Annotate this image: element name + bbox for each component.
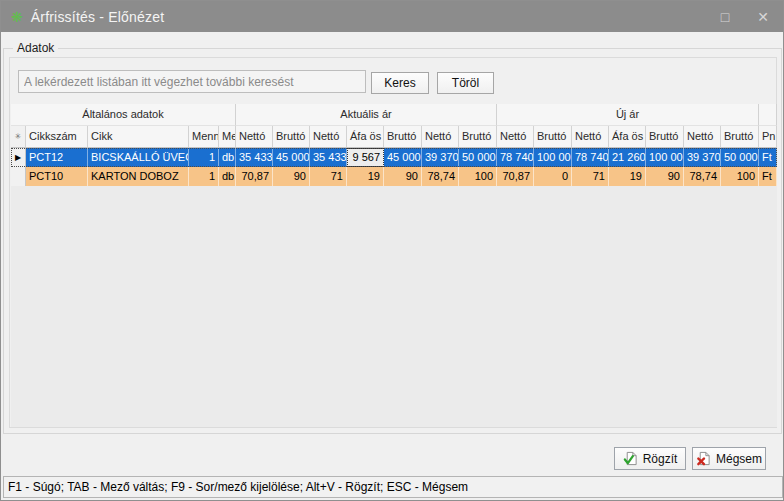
- cancel-button-label: Mégsem: [716, 452, 762, 466]
- column-header[interactable]: Bruttó: [273, 126, 310, 148]
- grid-cell[interactable]: 45 000: [273, 148, 310, 167]
- statusbar-text: F1 - Súgó; TAB - Mező váltás; F9 - Sor/m…: [8, 480, 468, 494]
- grid-cell[interactable]: 90: [646, 167, 684, 186]
- grid-cell[interactable]: 39 370: [422, 148, 459, 167]
- column-header[interactable]: Bruttó: [534, 126, 572, 148]
- grid-cell[interactable]: 78,74: [684, 167, 721, 186]
- column-header[interactable]: Nettó: [310, 126, 347, 148]
- price-preview-grid: Általános adatokAktuális árÚj ár✳Cikkszá…: [11, 104, 777, 427]
- save-check-icon: [623, 451, 638, 466]
- grid-cell[interactable]: Ft: [759, 167, 777, 186]
- grid-cell[interactable]: 71: [572, 167, 609, 186]
- column-header[interactable]: Áfa ös: [609, 126, 646, 148]
- close-icon[interactable]: ✕: [745, 1, 781, 32]
- group-header: Új ár: [497, 104, 759, 126]
- column-header[interactable]: Cikk: [88, 126, 189, 148]
- grid-cell[interactable]: 19: [347, 167, 384, 186]
- grid-cell[interactable]: 39 370: [684, 148, 721, 167]
- search-button[interactable]: Keres: [371, 72, 429, 94]
- maximize-icon[interactable]: □: [707, 1, 743, 32]
- grid-cell[interactable]: 78 740: [572, 148, 609, 167]
- grid-cell[interactable]: 0: [534, 167, 572, 186]
- column-header[interactable]: Nettó: [236, 126, 273, 148]
- column-header[interactable]: Nettó: [684, 126, 721, 148]
- grid-cell[interactable]: 35 433: [310, 148, 347, 167]
- grid-cell[interactable]: 1: [189, 167, 219, 186]
- cancel-button[interactable]: Mégsem: [692, 447, 766, 470]
- grid-cell[interactable]: PCT12: [26, 148, 88, 167]
- grid-cell[interactable]: KARTON DOBOZ: [88, 167, 189, 186]
- group-header: Aktuális ár: [236, 104, 497, 126]
- column-header[interactable]: Nettó: [422, 126, 459, 148]
- column-header[interactable]: Menny: [189, 126, 219, 148]
- grid-cell[interactable]: 100 000: [646, 148, 684, 167]
- window-title: Árfrissítés - Előnézet: [31, 9, 165, 25]
- grid-cell[interactable]: Ft: [759, 148, 777, 167]
- row-indicator-cell[interactable]: [11, 167, 26, 186]
- grid-cell[interactable]: 70,87: [236, 167, 273, 186]
- column-header[interactable]: Bruttó: [384, 126, 422, 148]
- grid-cell[interactable]: 100 000: [534, 148, 572, 167]
- grid-cell[interactable]: 90: [384, 167, 422, 186]
- search-input[interactable]: [18, 70, 366, 93]
- grid-cell[interactable]: 21 260: [609, 148, 646, 167]
- grid-cell[interactable]: 19: [609, 167, 646, 186]
- grid-column-header-row: ✳CikkszámCikkMennyMeNettóBruttóNettóÁfa …: [11, 126, 777, 148]
- grid-cell[interactable]: 45 000: [384, 148, 422, 167]
- column-header[interactable]: Bruttó: [459, 126, 497, 148]
- group-header: Általános adatok: [11, 104, 236, 126]
- arfrissites-elonezet-window: ❋ Árfrissítés - Előnézet □ ✕ Adatok Kere…: [0, 0, 784, 501]
- grid-group-header-row: Általános adatokAktuális árÚj ár: [11, 104, 777, 126]
- column-header[interactable]: Pn: [759, 126, 777, 148]
- column-header[interactable]: Bruttó: [646, 126, 684, 148]
- column-header[interactable]: Nettó: [572, 126, 609, 148]
- group-header: [759, 104, 777, 126]
- grid-cell[interactable]: 35 433: [236, 148, 273, 167]
- app-icon: ❋: [11, 10, 23, 24]
- grid-cell-focused[interactable]: 9 567: [347, 148, 384, 167]
- clear-button[interactable]: Töröl: [437, 72, 494, 94]
- statusbar: F1 - Súgó; TAB - Mező váltás; F9 - Sor/m…: [3, 476, 783, 498]
- grid-cell[interactable]: 78,74: [422, 167, 459, 186]
- save-button-label: Rögzít: [643, 452, 678, 466]
- grid-cell[interactable]: 78 740: [497, 148, 534, 167]
- grid-cell[interactable]: 70,87: [497, 167, 534, 186]
- grid-cell[interactable]: 71: [310, 167, 347, 186]
- column-header[interactable]: Me: [219, 126, 236, 148]
- grid-cell[interactable]: 1: [189, 148, 219, 167]
- grid-cell[interactable]: 50 000: [459, 148, 497, 167]
- grid-cell[interactable]: 90: [273, 167, 310, 186]
- grid-cell[interactable]: db: [219, 148, 236, 167]
- column-header[interactable]: Áfa ös: [347, 126, 384, 148]
- row-indicator-cell[interactable]: ▶: [11, 148, 26, 167]
- grid-cell[interactable]: 100: [721, 167, 759, 186]
- row-indicator-header-icon: ✳: [11, 126, 26, 148]
- grid-cell[interactable]: BICSKAÁLLÓ ÜVEG: [88, 148, 189, 167]
- grid-cell[interactable]: db: [219, 167, 236, 186]
- column-header[interactable]: Nettó: [497, 126, 534, 148]
- table-row[interactable]: ▶PCT12BICSKAÁLLÓ ÜVEG1db35 43345 00035 4…: [11, 148, 777, 167]
- column-header[interactable]: Bruttó: [721, 126, 759, 148]
- column-header[interactable]: Cikkszám: [26, 126, 88, 148]
- titlebar: ❋ Árfrissítés - Előnézet □ ✕: [1, 1, 783, 32]
- grid-cell[interactable]: 100: [459, 167, 497, 186]
- adatok-groupbox-label: Adatok: [13, 41, 58, 55]
- grid-cell[interactable]: 50 000: [721, 148, 759, 167]
- save-button[interactable]: Rögzít: [614, 447, 686, 470]
- table-row[interactable]: PCT10KARTON DOBOZ1db70,879071199078,7410…: [11, 167, 777, 186]
- cancel-x-icon: [696, 451, 711, 466]
- grid-cell[interactable]: PCT10: [26, 167, 88, 186]
